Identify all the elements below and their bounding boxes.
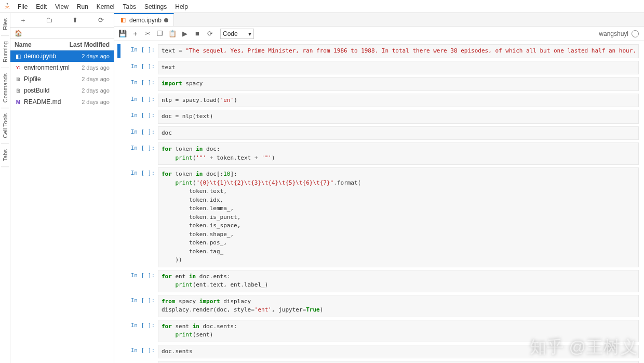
side-tab-commands[interactable]: Commands [1, 68, 9, 108]
tab-demo-ipynb[interactable]: ◧ demo.ipynb [114, 13, 174, 26]
file-name: environment.yml [24, 64, 70, 71]
code-cell[interactable]: In [ ]:doc [117, 126, 639, 140]
cell-type-select[interactable]: Code ▾ [220, 29, 254, 39]
kernel-status-icon [632, 30, 639, 37]
code-input[interactable]: from spacy import displacy displacy.rend… [158, 295, 639, 317]
file-item[interactable]: 🗎postBuild2 days ago [10, 85, 114, 96]
input-prompt: In [ ]: [122, 320, 158, 342]
cell-collapse-bar[interactable] [117, 345, 120, 359]
file-modified: 2 days ago [82, 99, 110, 105]
breadcrumb[interactable]: 🏠 [10, 28, 114, 39]
menu-tabs[interactable]: Tabs [119, 2, 140, 12]
side-tab-cell-tools[interactable]: Cell Tools [1, 108, 9, 144]
input-prompt: In [ ]: [122, 295, 158, 317]
menu-help[interactable]: Help [171, 2, 192, 12]
kernel-indicator[interactable]: wangshuyi [599, 30, 642, 37]
cell-collapse-bar[interactable] [117, 142, 120, 165]
cell-collapse-bar[interactable] [117, 94, 120, 108]
file-type-icon: M [15, 98, 22, 106]
side-tab-running[interactable]: Running [1, 36, 9, 68]
notebook-cells: In [ ]:text = "The sequel, Yes, Prime Mi… [114, 41, 644, 363]
new-item-button[interactable]: ＋ [17, 16, 30, 25]
cell-collapse-bar[interactable] [117, 167, 120, 267]
code-input[interactable]: for token in doc[:10]: print("{0}\t{1}\t… [158, 167, 639, 267]
side-tab-files[interactable]: Files [1, 13, 9, 36]
code-input[interactable]: for sent in doc.sents: print(sent) [158, 320, 639, 342]
code-cell[interactable]: In [ ]:for token in doc[:10]: print("{0}… [117, 167, 639, 267]
file-item[interactable]: Y:environment.yml2 days ago [10, 62, 114, 73]
cell-collapse-bar[interactable] [117, 270, 120, 292]
code-cell[interactable]: In [ ]:list(doc.sents) [117, 361, 639, 363]
code-input[interactable]: import spacy [158, 77, 639, 91]
dirty-indicator-icon [164, 18, 168, 22]
file-modified: 2 days ago [82, 53, 110, 59]
menu-kernel[interactable]: Kernel [92, 2, 119, 12]
file-item[interactable]: MREADME.md2 days ago [10, 96, 114, 108]
cell-collapse-bar[interactable] [117, 61, 120, 75]
menubar: FileEditViewRunKernelTabsSettingsHelp [0, 0, 644, 13]
file-item[interactable]: ◧demo.ipynb2 days ago [10, 50, 114, 62]
code-input[interactable]: text [158, 61, 639, 75]
code-cell[interactable]: In [ ]:for token in doc: print('"' + tok… [117, 142, 639, 165]
cut-button[interactable]: ✂ [141, 30, 154, 37]
file-modified: 2 days ago [82, 87, 110, 94]
code-cell[interactable]: In [ ]:import spacy [117, 77, 639, 91]
menu-settings[interactable]: Settings [140, 2, 171, 12]
cell-collapse-bar[interactable] [117, 361, 120, 363]
code-cell[interactable]: In [ ]:doc = nlp(text) [117, 110, 639, 124]
new-folder-button[interactable]: 🗀 [43, 16, 56, 24]
code-cell[interactable]: In [ ]:doc.sents [117, 345, 639, 359]
code-cell[interactable]: In [ ]:from spacy import displacy displa… [117, 295, 639, 317]
code-input[interactable]: text = "The sequel, Yes, Prime Minister,… [158, 44, 639, 58]
insert-cell-button[interactable]: ＋ [129, 29, 141, 38]
upload-button[interactable]: ⬆ [69, 16, 81, 24]
cell-collapse-bar[interactable] [117, 295, 120, 317]
cell-collapse-bar[interactable] [117, 77, 120, 91]
code-input[interactable]: doc.sents [158, 345, 639, 359]
header-modified: Last Modified [70, 41, 110, 48]
side-tab-tabs[interactable]: Tabs [1, 144, 9, 167]
code-input[interactable]: for ent in doc.ents: print(ent.text, ent… [158, 270, 639, 292]
menu-view[interactable]: View [51, 2, 73, 12]
save-button[interactable]: 💾 [116, 30, 129, 37]
cell-collapse-bar[interactable] [117, 110, 120, 124]
filebrowser-toolbar: ＋ 🗀 ⬆ ⟳ [10, 13, 114, 28]
file-item[interactable]: 🗎Pipfile2 days ago [10, 73, 114, 85]
refresh-button[interactable]: ⟳ [95, 16, 107, 24]
file-browser-panel: ＋ 🗀 ⬆ ⟳ 🏠 Name Last Modified ◧demo.ipynb… [10, 13, 114, 363]
code-input[interactable]: list(doc.sents) [158, 361, 639, 363]
tab-bar: ◧ demo.ipynb [114, 13, 644, 27]
input-prompt: In [ ]: [122, 77, 158, 91]
input-prompt: In [ ]: [122, 44, 158, 58]
input-prompt: In [ ]: [122, 142, 158, 165]
code-input[interactable]: nlp = spacy.load('en') [158, 94, 639, 108]
restart-button[interactable]: ⟳ [204, 30, 216, 37]
code-cell[interactable]: In [ ]:text = "The sequel, Yes, Prime Mi… [117, 44, 639, 58]
file-name: demo.ipynb [24, 53, 56, 60]
stop-button[interactable]: ■ [191, 30, 204, 37]
menu-file[interactable]: File [14, 2, 32, 12]
menu-run[interactable]: Run [73, 2, 92, 12]
input-prompt: In [ ]: [122, 126, 158, 140]
code-input[interactable]: for token in doc: print('"' + token.text… [158, 142, 639, 165]
tab-label: demo.ipynb [129, 17, 162, 24]
cell-collapse-bar[interactable] [117, 320, 120, 342]
code-cell[interactable]: In [ ]:for ent in doc.ents: print(ent.te… [117, 270, 639, 292]
code-cell[interactable]: In [ ]:text [117, 61, 639, 75]
copy-button[interactable]: ❐ [154, 30, 166, 37]
file-type-icon: 🗎 [15, 75, 22, 83]
left-sidebar: FilesRunningCommandsCell ToolsTabs [0, 13, 10, 363]
menu-edit[interactable]: Edit [32, 2, 51, 12]
work-area: ◧ demo.ipynb 💾 ＋ ✂ ❐ 📋 ▶ ■ ⟳ Code ▾ wang… [114, 13, 644, 363]
input-prompt: In [ ]: [122, 361, 158, 363]
code-cell[interactable]: In [ ]:for sent in doc.sents: print(sent… [117, 320, 639, 342]
code-input[interactable]: doc [158, 126, 639, 140]
code-cell[interactable]: In [ ]:nlp = spacy.load('en') [117, 94, 639, 108]
notebook-icon: ◧ [119, 17, 127, 24]
cell-collapse-bar[interactable] [117, 44, 120, 58]
home-icon[interactable]: 🏠 [15, 30, 22, 37]
cell-collapse-bar[interactable] [117, 126, 120, 140]
run-button[interactable]: ▶ [179, 30, 191, 37]
paste-button[interactable]: 📋 [166, 30, 179, 37]
code-input[interactable]: doc = nlp(text) [158, 110, 639, 124]
